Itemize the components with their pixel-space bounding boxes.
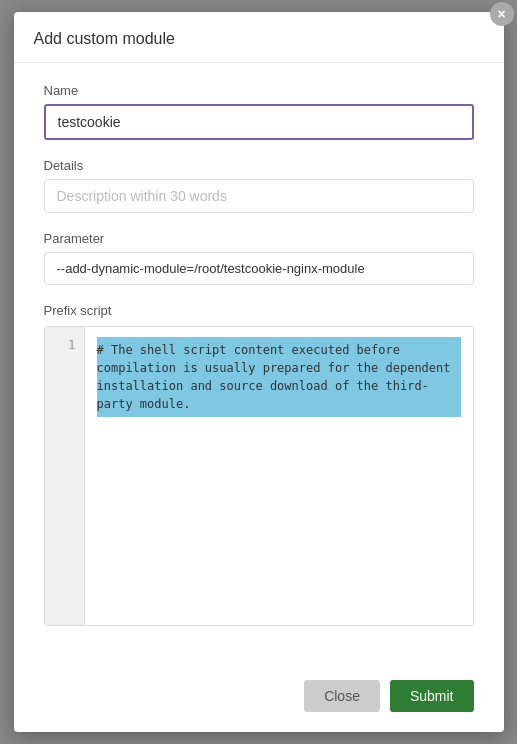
parameter-field-group: Parameter <box>44 231 474 285</box>
code-selected-block: # The shell script content executed befo… <box>97 337 461 417</box>
modal-dialog: Add custom module × Name Details Paramet… <box>14 12 504 732</box>
modal-body: Name Details Parameter Prefix script 1 <box>14 63 504 664</box>
line-number-1: 1 <box>68 337 76 352</box>
details-field-group: Details <box>44 158 474 213</box>
submit-button[interactable]: Submit <box>390 680 474 712</box>
close-icon[interactable]: × <box>490 2 514 26</box>
close-button[interactable]: Close <box>304 680 380 712</box>
name-input[interactable] <box>44 104 474 140</box>
code-content[interactable]: # The shell script content executed befo… <box>85 327 473 625</box>
name-label: Name <box>44 83 474 98</box>
prefix-script-group: Prefix script 1 # The shell script conte… <box>44 303 474 626</box>
parameter-label: Parameter <box>44 231 474 246</box>
code-editor[interactable]: 1 # The shell script content executed be… <box>44 326 474 626</box>
code-comment: # The shell script content executed befo… <box>97 343 451 411</box>
details-input[interactable] <box>44 179 474 213</box>
modal-overlay: Add custom module × Name Details Paramet… <box>0 0 517 744</box>
details-label: Details <box>44 158 474 173</box>
modal-header: Add custom module × <box>14 12 504 63</box>
prefix-script-label: Prefix script <box>44 303 474 318</box>
modal-title: Add custom module <box>34 30 175 48</box>
name-field-group: Name <box>44 83 474 140</box>
line-numbers: 1 <box>45 327 85 625</box>
modal-footer: Close Submit <box>14 664 504 712</box>
parameter-input[interactable] <box>44 252 474 285</box>
